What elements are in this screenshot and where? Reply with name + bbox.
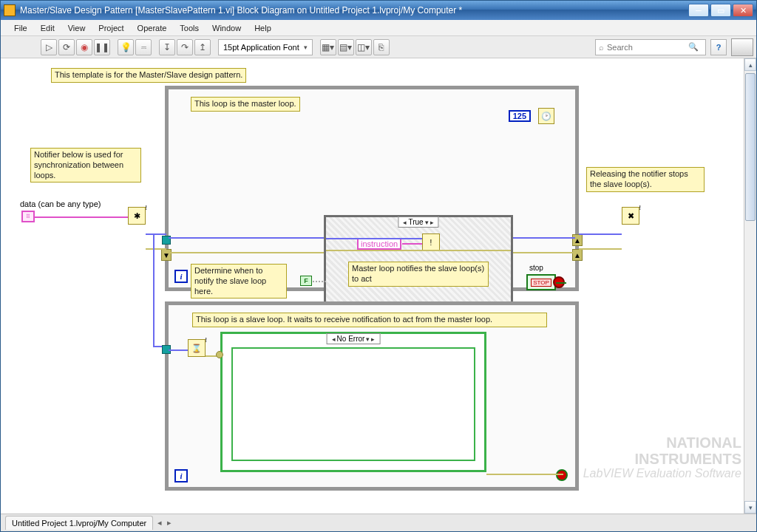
highlight-exec-button[interactable]: 💡 <box>118 39 134 55</box>
metronome-icon: 🕑 <box>538 108 554 124</box>
selector-terminal-icon <box>216 351 223 358</box>
determine-label: Determine when to notify the slave loop … <box>191 264 287 299</box>
iteration-terminal-icon: i <box>174 270 188 283</box>
search-box[interactable]: ⌕ 🔍 <box>595 39 706 55</box>
case-noerror-label: No Error <box>337 335 365 343</box>
chevron-down-icon: ▾ <box>366 335 370 343</box>
distribute-button[interactable]: ▤▾ <box>338 39 354 55</box>
search-go-icon[interactable]: 🔍 <box>688 42 699 52</box>
align-button[interactable]: ▦▾ <box>320 39 336 55</box>
data-terminal-label: data (can be any type) <box>20 200 101 208</box>
menu-operate[interactable]: Operate <box>132 22 173 34</box>
master-while-loop[interactable]: i This loop is the master loop. 125 🕑 ▼ … <box>165 86 579 291</box>
context-help-button[interactable]: ? <box>710 39 727 55</box>
abort-button[interactable]: ◉ <box>76 39 92 55</box>
search-input[interactable] <box>607 43 688 52</box>
menu-view[interactable]: View <box>62 22 92 34</box>
notifier-desc-label: Notifier below is used for synchronizati… <box>30 148 141 183</box>
menu-window[interactable]: Window <box>206 22 247 34</box>
instruction-constant[interactable]: instruction <box>357 238 401 250</box>
search-icon: ⌕ <box>599 43 604 52</box>
chevron-right-icon: ▸ <box>430 219 434 226</box>
slave-loop-label: This loop is a slave loop. It waits to r… <box>192 313 547 327</box>
stop-button-control[interactable]: stop STOP <box>526 274 556 301</box>
font-label: 15pt Application Font <box>223 43 299 52</box>
run-button[interactable]: ▷ <box>41 39 57 55</box>
inner-sequence-frame <box>231 347 475 461</box>
data-type-terminal-icon[interactable]: ⠿ <box>21 211 35 222</box>
reorder-button[interactable]: ⎘ <box>373 39 390 55</box>
template-label: This template is for the Master/Slave de… <box>51 68 246 83</box>
project-path-tab[interactable]: Untitled Project 1.lvproj/My Computer <box>5 516 153 530</box>
vi-icon-button[interactable] <box>731 38 753 56</box>
stop-label: stop <box>529 264 543 272</box>
font-selector[interactable]: 15pt Application Font ▾ <box>218 39 313 55</box>
wait-notification-node-icon[interactable]: ⌛! <box>188 339 206 357</box>
shift-register-right-1: ▲ <box>572 234 583 246</box>
menu-edit[interactable]: Edit <box>35 22 61 34</box>
iteration-terminal-icon-2: i <box>174 469 188 482</box>
retain-wire-button[interactable]: ⎓ <box>135 39 152 55</box>
maximize-button[interactable]: ▭ <box>710 4 731 17</box>
pause-button[interactable]: ❚❚ <box>94 39 110 55</box>
obtain-notifier-node-icon[interactable]: ✱! <box>128 207 146 225</box>
chevron-down-icon: ▾ <box>304 44 308 51</box>
loop-condition-terminal-icon <box>556 469 568 481</box>
window-title: Master/Slave Design Pattern [MasterSlave… <box>20 5 688 16</box>
minimize-button[interactable]: ─ <box>688 4 709 17</box>
shift-register-left: ▼ <box>161 249 172 261</box>
master-loop-label: This loop is the master loop. <box>191 97 300 112</box>
case-structure-true[interactable]: ◂ True ▾ ▸ instruction ! Master loop not… <box>324 215 513 311</box>
block-diagram-canvas[interactable]: This template is for the Master/Slave de… <box>1 58 756 514</box>
menu-project[interactable]: Project <box>92 22 129 34</box>
timing-constant[interactable]: 125 <box>509 110 531 122</box>
app-window: Master/Slave Design Pattern [MasterSlave… <box>0 0 757 532</box>
false-constant[interactable]: F <box>300 276 312 286</box>
step-out-button[interactable]: ↥ <box>194 39 211 55</box>
step-over-button[interactable]: ↷ <box>177 39 193 55</box>
toolbar: ▷ ⟳ ◉ ❚❚ 💡 ⎓ ↧ ↷ ↥ 15pt Application Font… <box>1 36 756 58</box>
master-notifies-label: Master loop notifies the slave loop(s) t… <box>348 262 489 287</box>
chevron-right-icon: ▸ <box>371 335 375 343</box>
case-selector-noerror[interactable]: ◂ No Error ▾ ▸ <box>327 333 381 344</box>
stop-inner-label: STOP <box>531 279 551 287</box>
case-structure-noerror[interactable]: ◂ No Error ▾ ▸ <box>220 332 486 472</box>
menu-file[interactable]: File <box>8 22 33 34</box>
chevron-left-icon: ◂ <box>403 219 407 226</box>
vertical-scrollbar[interactable]: ▴ ▾ <box>744 58 756 514</box>
app-icon <box>4 4 16 16</box>
breadcrumb-arrows-icon[interactable]: ◂ ▸ <box>157 518 173 528</box>
shift-register-right-2: ▲ <box>572 249 583 261</box>
step-into-button[interactable]: ↧ <box>159 39 175 55</box>
slave-while-loop[interactable]: i This loop is a slave loop. It waits to… <box>165 301 579 491</box>
titlebar: Master/Slave Design Pattern [MasterSlave… <box>1 1 756 20</box>
chevron-down-icon: ▾ <box>425 219 429 226</box>
menu-tools[interactable]: Tools <box>174 22 205 34</box>
case-selector-true[interactable]: ◂ True ▾ ▸ <box>398 216 438 228</box>
menubar: File Edit View Project Operate Tools Win… <box>1 20 756 36</box>
scroll-thumb[interactable] <box>745 73 756 221</box>
releasing-label: Releasing the notifier stops the slave l… <box>586 167 705 192</box>
resize-button[interactable]: ◫▾ <box>356 39 372 55</box>
release-notifier-node-icon[interactable]: ✖! <box>622 207 639 225</box>
scroll-up-button[interactable]: ▴ <box>744 58 756 71</box>
menu-help[interactable]: Help <box>248 22 277 34</box>
run-cont-button[interactable]: ⟳ <box>58 39 75 55</box>
scroll-down-button[interactable]: ▾ <box>744 501 756 514</box>
watermark: NATIONAL INSTRUMENTS LabVIEW Evaluation … <box>583 434 741 480</box>
statusbar: Untitled Project 1.lvproj/My Computer ◂ … <box>1 514 756 531</box>
chevron-left-icon: ◂ <box>332 335 336 343</box>
send-notification-node-icon[interactable]: ! <box>422 233 440 251</box>
case-true-label: True <box>408 218 423 226</box>
close-button[interactable]: ✕ <box>733 4 753 17</box>
